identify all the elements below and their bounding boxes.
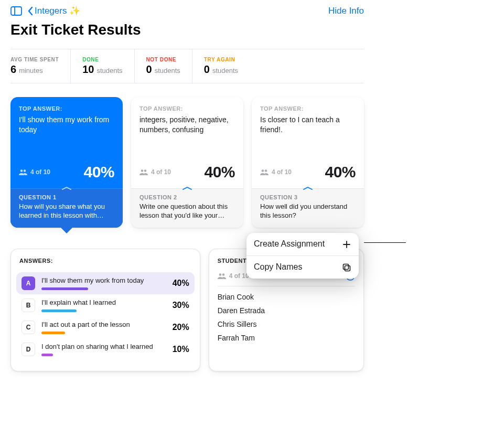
- answer-text: I'll explain what I learned: [41, 298, 159, 306]
- answer-bar: [41, 354, 53, 356]
- hide-info-button[interactable]: Hide Info: [328, 6, 364, 16]
- stat-label: AVG TIME SPENT: [10, 57, 59, 62]
- question-number: QUESTION 1: [19, 194, 114, 200]
- top-answer-tag: TOP ANSWER:: [260, 105, 356, 112]
- answer-pct: 10%: [165, 345, 189, 354]
- top-answer-text: integers, positive, negative, numbers, c…: [139, 115, 235, 135]
- people-icon: [19, 169, 27, 175]
- chevron-left-icon: [27, 6, 34, 16]
- stat-not-done: NOT DONE 0 students: [146, 49, 192, 83]
- answer-letter-tile: C: [22, 321, 35, 334]
- question-card-2[interactable]: TOP ANSWER:integers, positive, negative,…: [131, 97, 243, 228]
- stat-value: 0: [146, 63, 152, 76]
- stat-label: DONE: [82, 57, 122, 62]
- expand-chevron-icon: [182, 186, 192, 190]
- answer-bar: [41, 287, 88, 290]
- responder-count: 4 of 10: [19, 168, 50, 176]
- svg-rect-0: [11, 7, 22, 15]
- question-number: QUESTION 2: [139, 194, 235, 200]
- back-label: Integers ✨: [35, 5, 80, 16]
- answer-letter-tile: D: [22, 343, 35, 356]
- stat-value: 10: [82, 63, 94, 76]
- svg-point-2: [20, 169, 23, 172]
- menu-item-label: Create Assignment: [254, 239, 325, 249]
- svg-point-5: [144, 169, 147, 172]
- svg-rect-14: [345, 265, 350, 271]
- answers-header: ANSWERS:: [11, 249, 200, 268]
- menu-create-assignment[interactable]: Create Assignment: [246, 233, 359, 255]
- page-title: Exit Ticket Results: [10, 22, 364, 38]
- question-card-1[interactable]: TOP ANSWER:I'll show them my work from t…: [10, 97, 123, 228]
- people-icon: [139, 169, 148, 175]
- stat-done: DONE 10 students: [82, 49, 134, 83]
- answer-pct: 20%: [165, 323, 189, 332]
- answer-bar: [41, 310, 77, 312]
- svg-point-9: [222, 273, 224, 276]
- top-answer-pct: 40%: [325, 163, 356, 181]
- top-answer-tag: TOP ANSWER:: [139, 105, 235, 112]
- question-text: How will you share what you learned in t…: [19, 202, 114, 220]
- responder-count: 4 of 10: [139, 168, 171, 176]
- question-cards: TOP ANSWER:I'll show them my work from t…: [10, 97, 364, 228]
- plus-icon: [342, 239, 351, 249]
- question-card-3[interactable]: TOP ANSWER:Is closer to I can teach a fr…: [252, 97, 364, 228]
- answer-bar: [41, 332, 65, 334]
- answers-panel: ANSWERS: AI'll show them my work from to…: [10, 249, 200, 371]
- top-bar: Integers ✨ Hide Info: [10, 0, 364, 18]
- people-icon: [218, 273, 226, 279]
- answer-row-c[interactable]: CI'll act out a part of the lesson20%: [16, 316, 195, 338]
- svg-point-8: [219, 273, 221, 276]
- answer-text: I don't plan on sharing what I learned: [41, 343, 159, 350]
- students-count: 4 of 10: [229, 272, 249, 280]
- svg-point-6: [262, 169, 264, 172]
- svg-point-7: [265, 169, 267, 172]
- expand-chevron-icon: [61, 186, 72, 190]
- answer-pct: 40%: [165, 279, 189, 288]
- expand-chevron-icon: [303, 186, 313, 190]
- stat-label: NOT DONE: [146, 57, 180, 62]
- sidebar-toggle-icon[interactable]: [10, 6, 22, 16]
- svg-point-3: [24, 169, 26, 172]
- menu-copy-names[interactable]: Copy Names: [246, 256, 359, 279]
- app-screen: Integers ✨ Hide Info Exit Ticket Results…: [0, 0, 374, 448]
- student-name[interactable]: Farrah Tam: [218, 334, 355, 342]
- stat-try-again: TRY AGAIN 0 students: [204, 49, 250, 83]
- top-answer-tag: TOP ANSWER:: [19, 105, 114, 112]
- callout-line: [364, 242, 406, 243]
- stat-value: 6: [10, 63, 16, 76]
- copy-icon: [342, 262, 351, 272]
- answer-letter-tile: A: [22, 276, 35, 290]
- menu-item-label: Copy Names: [254, 262, 302, 272]
- people-icon: [260, 169, 269, 175]
- svg-rect-15: [343, 264, 349, 269]
- stat-unit: students: [96, 67, 122, 74]
- answer-letter-tile: B: [22, 298, 35, 312]
- answer-row-b[interactable]: BI'll explain what I learned30%: [16, 294, 195, 316]
- answer-row-d[interactable]: DI don't plan on sharing what I learned1…: [16, 338, 195, 360]
- stat-unit: students: [155, 67, 180, 74]
- student-name[interactable]: Brian Cook: [218, 293, 355, 301]
- stat-value: 0: [204, 63, 210, 76]
- stat-unit: minutes: [19, 67, 43, 74]
- responder-count: 4 of 10: [260, 168, 292, 176]
- top-answer-text: I'll show them my work from today: [19, 115, 114, 135]
- stat-avg-time: AVG TIME SPENT 6 minutes: [10, 49, 71, 83]
- back-button[interactable]: Integers ✨: [27, 5, 80, 16]
- question-number: QUESTION 3: [260, 194, 356, 200]
- student-name[interactable]: Chris Sillers: [218, 320, 355, 328]
- svg-point-4: [141, 169, 144, 172]
- context-menu: Create Assignment Copy Names: [246, 233, 359, 279]
- question-text: How well did you understand this lesson?: [260, 202, 356, 220]
- stat-unit: students: [212, 67, 238, 74]
- answer-pct: 30%: [165, 301, 189, 310]
- stat-label: TRY AGAIN: [204, 57, 238, 62]
- top-answer-pct: 40%: [83, 163, 114, 181]
- question-text: Write one question about this lesson tha…: [139, 202, 235, 220]
- answer-text: I'll show them my work from today: [41, 276, 159, 284]
- answer-row-a[interactable]: AI'll show them my work from today40%: [16, 272, 195, 294]
- top-answer-text: Is closer to I can teach a friend!.: [260, 115, 356, 135]
- answer-text: I'll act out a part of the lesson: [41, 321, 159, 328]
- stats-row: AVG TIME SPENT 6 minutes DONE 10 student…: [10, 49, 364, 83]
- student-name[interactable]: Daren Estrada: [218, 306, 355, 315]
- top-answer-pct: 40%: [204, 163, 235, 181]
